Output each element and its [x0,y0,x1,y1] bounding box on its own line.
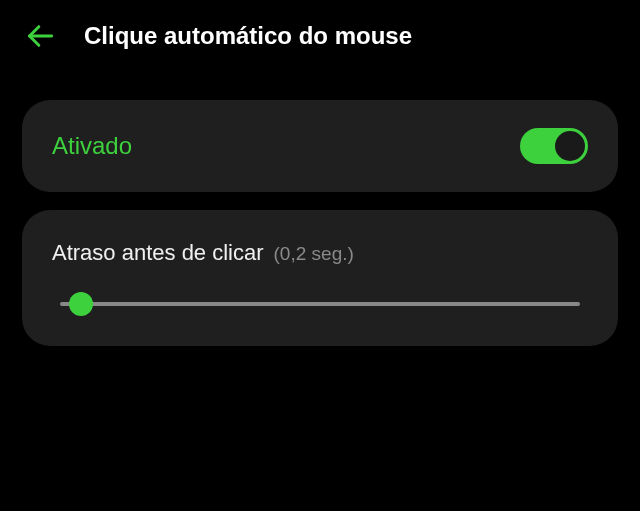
page-title: Clique automático do mouse [84,22,412,50]
slider-label: Atraso antes de clicar [52,240,264,266]
toggle-knob [555,131,585,161]
toggle-card: Ativado [22,100,618,192]
slider-card: Atraso antes de clicar (0,2 seg.) [22,210,618,346]
slider-label-row: Atraso antes de clicar (0,2 seg.) [52,240,588,266]
toggle-label: Ativado [52,132,132,160]
slider-value: (0,2 seg.) [274,243,354,265]
back-icon[interactable] [24,20,56,52]
enabled-toggle[interactable] [520,128,588,164]
toggle-row: Ativado [52,128,588,164]
slider-thumb[interactable] [69,292,93,316]
header: Clique automático do mouse [0,0,640,72]
delay-slider[interactable] [60,302,580,306]
